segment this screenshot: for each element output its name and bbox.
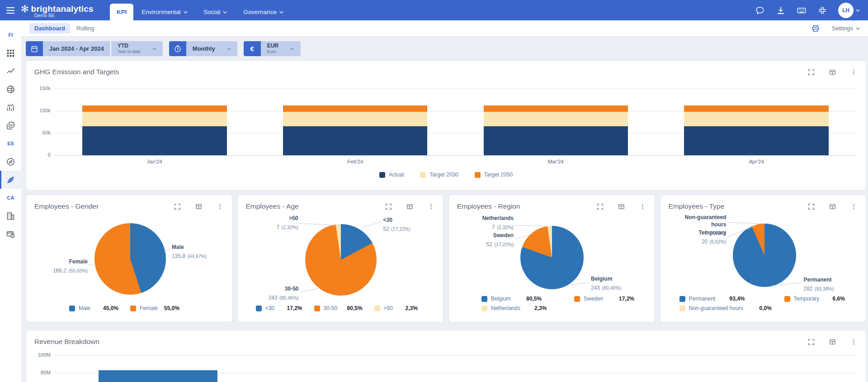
revenue-bar[interactable]: [99, 370, 217, 382]
sidebar-item-trend[interactable]: [0, 62, 21, 80]
region-pie-chart[interactable]: [520, 226, 584, 289]
expand-icon[interactable]: [385, 203, 392, 210]
frequency-dropdown[interactable]: Monthly: [186, 41, 237, 56]
legend-item-non-guaranteed[interactable]: Non-guaranteed hours 0,0%: [679, 305, 773, 311]
legend-item-actual[interactable]: Actual: [379, 172, 404, 178]
type-pie-chart[interactable]: [733, 224, 796, 287]
table-icon[interactable]: [618, 203, 625, 210]
sidebar-item-eco-compass[interactable]: [0, 153, 21, 171]
legend-item-target-2030[interactable]: Target 2030: [420, 172, 458, 178]
sidebar-item-stats[interactable]: [0, 98, 21, 116]
legend-label: 30-50: [324, 305, 344, 311]
legend-item-under-30[interactable]: <30 17,2%: [256, 305, 302, 311]
kebab-menu-icon[interactable]: [216, 203, 224, 210]
ghg-bar-Feb'24[interactable]: [283, 105, 428, 155]
compress-icon[interactable]: [817, 5, 827, 15]
legend-label: Sweden: [584, 296, 615, 302]
callout-netherlands: Netherlands 7 (2,32%): [462, 215, 514, 231]
table-icon[interactable]: [406, 203, 414, 210]
avatar[interactable]: LH: [838, 3, 854, 18]
bar-segment-target-2030: [82, 112, 227, 126]
tab-rolling[interactable]: Rolling: [76, 25, 94, 32]
ghg-legend: Actual Target 2030 Target 2050: [26, 172, 866, 178]
tab-kpi[interactable]: KPI: [110, 4, 134, 20]
revenue-bar-chart: 100M 80M: [34, 344, 857, 382]
sidebar-item-company[interactable]: [0, 207, 21, 225]
chevron-down-icon: [152, 48, 156, 50]
x-axis-label: Feb'24: [255, 159, 456, 164]
currency-code: EUR: [267, 43, 278, 49]
keyboard-icon[interactable]: [797, 5, 807, 15]
settings-menu[interactable]: Settings: [832, 25, 860, 32]
kebab-menu-icon[interactable]: [639, 203, 646, 210]
date-range-filter[interactable]: Jan 2024 - Apr 2024 YTD Year to date: [26, 41, 163, 56]
sidebar-item-environment-active[interactable]: [0, 171, 21, 189]
tab-environmental[interactable]: Environmental: [133, 4, 195, 20]
filter-bar: Jan 2024 - Apr 2024 YTD Year to date: [26, 41, 866, 56]
bar-segment-target-2030: [283, 112, 428, 126]
currency-dropdown[interactable]: EUR Euro: [261, 41, 301, 56]
y-axis-tick: 50k: [34, 130, 51, 135]
legend-item-target-2050[interactable]: Target 2050: [475, 172, 513, 178]
legend-item-belgium[interactable]: Belgium 80,5%: [481, 296, 562, 302]
revenue-plot-area: [54, 344, 857, 382]
legend-item-sweden[interactable]: Sweden 17,2%: [574, 296, 653, 302]
icon-sidebar: FI ES CA: [0, 20, 21, 382]
age-pie-chart[interactable]: [305, 224, 377, 296]
legend-item-permanent[interactable]: Permanent 93,4%: [679, 296, 773, 302]
legend-label: Temporary: [794, 296, 829, 302]
legend-item-temporary[interactable]: Temporary 6,6%: [784, 296, 859, 302]
legend-item-female[interactable]: Female 55,0%: [130, 305, 179, 311]
gender-pie-chart[interactable]: [94, 223, 166, 295]
hamburger-menu-icon[interactable]: [0, 0, 21, 20]
date-range-value: Jan 2024 - Apr 2024: [49, 45, 104, 52]
user-menu[interactable]: LH: [838, 3, 860, 18]
legend-swatch: [574, 296, 580, 302]
compass-leaf-icon: [6, 157, 15, 167]
table-icon[interactable]: [829, 203, 836, 210]
legend-item-over-50[interactable]: >50 2,3%: [374, 305, 418, 311]
ghg-plot-area: [54, 84, 857, 155]
legend-item-netherlands[interactable]: Netherlands 2,3%: [481, 305, 562, 311]
callout-male: Male 135,8 (44,97%): [172, 244, 207, 260]
bar-segment-target-2050: [82, 105, 227, 112]
tab-social[interactable]: Social: [196, 4, 236, 20]
download-icon[interactable]: [776, 5, 786, 15]
tab-governance[interactable]: Governance: [235, 4, 292, 20]
ghg-bar-Jan'24[interactable]: [82, 105, 227, 155]
ghg-bar-Apr'24[interactable]: [684, 105, 829, 155]
brand[interactable]: ✻ brightanalytics Demo BE: [21, 0, 104, 20]
employees-age-card: Employees - Age <30 52 (17,22%): [237, 195, 444, 322]
page-tabs-bar: Dashboard Rolling Settings: [21, 20, 868, 37]
kebab-menu-icon[interactable]: [427, 203, 435, 210]
table-icon[interactable]: [195, 203, 203, 210]
callout-30-50: 30-50 243 (80,46%): [256, 286, 299, 302]
expand-icon[interactable]: [807, 203, 815, 210]
expand-icon[interactable]: [174, 203, 181, 210]
period-dropdown[interactable]: YTD Year to date: [110, 41, 163, 56]
print-icon[interactable]: [811, 24, 820, 33]
table-icon[interactable]: [829, 68, 836, 76]
bar-segment-target-2050: [484, 105, 628, 112]
sidebar-item-audit[interactable]: [0, 116, 21, 134]
bar-segment-actual: [684, 126, 829, 155]
currency-filter[interactable]: € EUR Euro: [244, 41, 301, 56]
sidebar-item-globe[interactable]: [0, 80, 21, 98]
legend-item-30-50[interactable]: 30-50 80,5%: [314, 305, 363, 311]
tab-dashboard[interactable]: Dashboard: [29, 23, 70, 33]
settings-label: Settings: [832, 25, 853, 32]
expand-icon[interactable]: [596, 203, 604, 210]
kebab-menu-icon[interactable]: [850, 203, 858, 210]
chat-icon[interactable]: [755, 5, 765, 15]
sidebar-item-billing[interactable]: [0, 225, 21, 243]
kebab-menu-icon[interactable]: [850, 68, 858, 76]
sidebar-item-apps-grid[interactable]: [0, 44, 21, 62]
chevron-down-icon: [223, 11, 227, 14]
period-label: YTD: [118, 43, 141, 49]
legend-label: <30: [265, 305, 283, 311]
frequency-filter[interactable]: Monthly: [169, 41, 237, 56]
brand-logo-icon: ✻: [21, 4, 29, 14]
legend-item-male[interactable]: Male 45,0%: [69, 305, 118, 311]
ghg-bar-Mar'24[interactable]: [484, 105, 628, 155]
expand-icon[interactable]: [807, 68, 815, 76]
